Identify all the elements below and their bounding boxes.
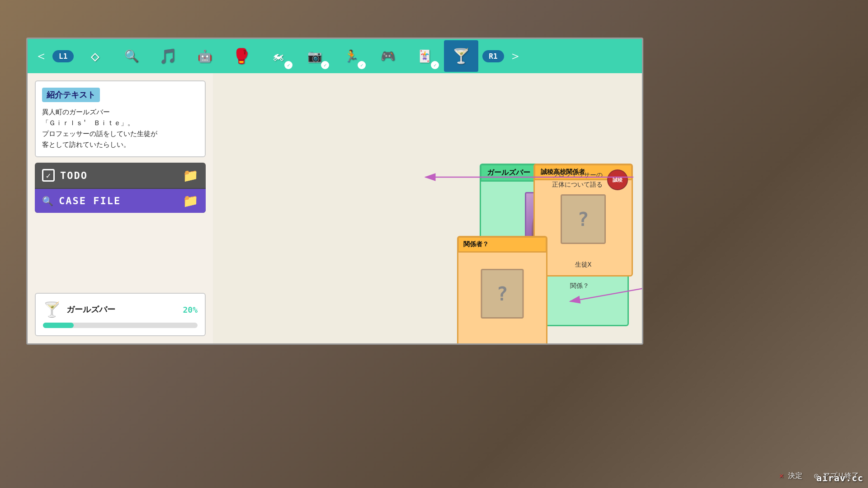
student-x-question: ? — [577, 208, 589, 230]
nav-item-diamond[interactable]: ◇ — [78, 40, 112, 72]
relation-card: 関係者？ ? プロフェッサー — [457, 236, 547, 343]
nav-item-music[interactable]: 🎵 — [151, 40, 185, 72]
nav-l1-button[interactable]: L1 — [52, 50, 74, 62]
progress-pct: 20% — [183, 305, 198, 314]
confirm-label: 決定 — [788, 471, 802, 480]
nav-item-cards[interactable]: 🃏 ✓ — [407, 40, 442, 72]
case-search-icon: 🔍 — [42, 196, 53, 206]
watermark: airav.cc — [816, 473, 863, 483]
main-window: ＜ L1 ◇ 🔍 🎵 🤖 🥊 🏍 ✓ 📷 ✓ 🏃 ✓ — [26, 38, 643, 345]
progress-bar-bg — [43, 323, 198, 328]
todo-row[interactable]: ✓ TODO 📁 — [35, 163, 206, 188]
todo-label: TODO — [60, 170, 88, 181]
progress-cocktail-icon: 🍸 — [43, 301, 61, 318]
nav-item-gamepad[interactable]: 🎮 — [371, 40, 405, 72]
nav-item-motorcycle[interactable]: 🏍 ✓ — [261, 40, 295, 72]
nav-bar: ＜ L1 ◇ 🔍 🎵 🤖 🥊 🏍 ✓ 📷 ✓ 🏃 ✓ — [28, 39, 642, 73]
nav-item-camera[interactable]: 📷 ✓ — [297, 40, 332, 72]
student-x-label: 生徒X — [575, 261, 591, 269]
nav-right-arrow[interactable]: ＞ — [506, 47, 524, 65]
progress-title: ガールズバー — [66, 304, 115, 315]
music-icon: 🎵 — [159, 47, 177, 65]
case-file-row[interactable]: 🔍 CASE FILE 📁 — [35, 189, 206, 213]
cards-icon: 🃏 — [417, 49, 432, 63]
intro-box: 紹介テキスト 異人町のガールズバー 「Ｇｉｒｌｓ' Ｂｉｔｅ」。 プロフェッサー… — [35, 80, 206, 157]
professor-portrait: ? — [481, 269, 524, 319]
nav-item-robot[interactable]: 🤖 — [188, 40, 222, 72]
case-folder-icon: 📁 — [183, 193, 198, 208]
sidebar: 紹介テキスト 異人町のガールズバー 「Ｇｉｒｌｓ' Ｂｉｔｅ」。 プロフェッサー… — [28, 73, 213, 343]
nav-item-run[interactable]: 🏃 ✓ — [334, 40, 368, 72]
progress-section: 🍸 ガールズバー 20% — [35, 293, 206, 336]
annotation-relation-text: 関係？ — [570, 281, 589, 291]
nav-item-fight[interactable]: 🥊 — [224, 40, 259, 72]
todo-checkbox[interactable]: ✓ — [42, 169, 55, 182]
search-icon: 🔍 — [124, 49, 139, 63]
student-x-portrait: ? — [561, 194, 606, 244]
case-file-label: CASE FILE — [59, 195, 121, 206]
intro-title: 紹介テキスト — [42, 88, 100, 102]
nav-left-arrow[interactable]: ＜ — [32, 47, 50, 65]
professor-question: ? — [496, 283, 508, 305]
content-area: ガールズバー「Girl's Bite」 エミリ 誠稜高校関係者 誠稜 ? 生徒X — [213, 73, 642, 343]
motorcycle-icon: 🏍 — [272, 49, 284, 63]
todo-section: ✓ TODO 📁 🔍 CASE FILE 📁 — [35, 163, 206, 213]
progress-bar-fill — [43, 323, 74, 328]
nav-r1-button[interactable]: R1 — [482, 50, 504, 62]
relation-title: 関係者？ — [458, 236, 547, 253]
camera-check-badge: ✓ — [321, 61, 329, 69]
todo-folder-icon: 📁 — [183, 168, 198, 183]
progress-header: 🍸 ガールズバー 20% — [43, 301, 198, 318]
cocktail-icon: 🍸 — [452, 47, 470, 65]
nav-item-search[interactable]: 🔍 — [114, 40, 149, 72]
cross-icon: ✕ — [779, 471, 784, 480]
diamond-icon: ◇ — [91, 47, 99, 65]
cards-check-badge: ✓ — [431, 61, 439, 69]
robot-icon: 🤖 — [198, 49, 212, 63]
nav-item-cocktail[interactable]: 🍸 — [444, 40, 478, 72]
camera-icon: 📷 — [307, 49, 322, 63]
annotation-professor-text: プロフェッサーの 正体について語る — [552, 170, 603, 189]
run-check-badge: ✓ — [358, 61, 366, 69]
motorcycle-check-badge: ✓ — [284, 61, 292, 69]
gamepad-icon: 🎮 — [381, 49, 395, 63]
run-icon: 🏃 — [344, 49, 359, 63]
intro-text: 異人町のガールズバー 「Ｇｉｒｌｓ' Ｂｉｔｅ」。 プロフェッサーの話をしていた… — [42, 107, 198, 150]
school-badge: 誠稜 — [607, 169, 628, 190]
fight-icon: 🥊 — [232, 47, 250, 65]
